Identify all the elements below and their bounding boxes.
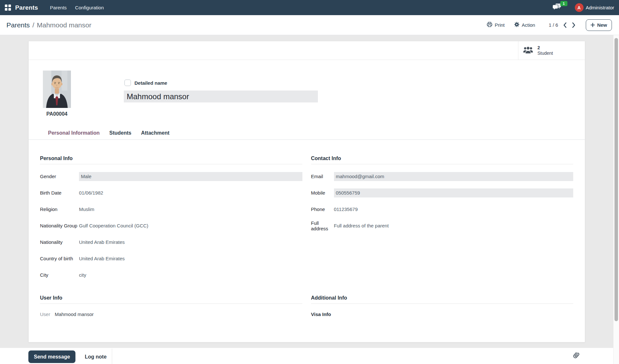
record-pager[interactable]: 1 / 6 — [549, 22, 558, 28]
personal-info-title: Personal Info — [40, 156, 302, 164]
messages-badge: 1 — [560, 1, 567, 6]
country-of-birth-value[interactable]: United Arab Emirates — [79, 256, 125, 261]
paperclip-icon — [569, 349, 582, 362]
nav-menu: Parents Configuration — [46, 0, 108, 15]
field-row-birth-date: Birth Date 01/06/1982 — [40, 185, 302, 201]
vertical-scrollbar — [613, 35, 619, 364]
field-row-nationality-group: Nationality Group Gulf Cooperation Counc… — [40, 217, 302, 234]
print-label: Print — [495, 22, 505, 28]
navbar-right: 1 A Administrator — [552, 3, 619, 12]
control-panel: Parents / Mahmood mansor Print — [0, 15, 619, 35]
field-row-religion: Religion Muslim — [40, 201, 302, 217]
field-row-gender: Gender Male — [40, 168, 302, 185]
parent-photo[interactable] — [43, 71, 71, 108]
plus-icon — [591, 23, 595, 27]
additional-info-section: Additional Info Visa Info — [311, 295, 574, 321]
action-button[interactable]: Action — [514, 22, 535, 28]
top-navbar: Parents Parents Configuration 1 A Admini… — [0, 0, 619, 15]
stat-text: 2 Student — [537, 45, 553, 55]
mobile-label: Mobile — [311, 190, 334, 196]
full-address-value[interactable]: Full address of the parent — [334, 223, 389, 228]
new-record-button[interactable]: New — [586, 19, 612, 31]
detailed-name-checkbox[interactable] — [124, 80, 131, 86]
students-icon — [523, 46, 533, 55]
messages-button[interactable]: 1 — [552, 3, 562, 12]
nationality-label: Nationality — [40, 239, 79, 245]
city-value[interactable]: city — [79, 272, 86, 278]
chevron-right-icon — [572, 22, 575, 28]
nav-item-configuration[interactable]: Configuration — [71, 0, 108, 15]
nationality-group-label: Nationality Group — [40, 223, 79, 228]
tab-attachment[interactable]: Attachment — [136, 128, 174, 139]
user-info-title: User Info — [40, 295, 302, 304]
log-note-button[interactable]: Log note — [82, 350, 110, 363]
phone-label: Phone — [311, 206, 334, 212]
nav-item-parents[interactable]: Parents — [46, 0, 71, 15]
email-value[interactable]: mahmood@gmail.com — [334, 172, 574, 181]
gender-value[interactable]: Male — [79, 172, 302, 181]
mobile-value[interactable]: 050556759 — [334, 188, 574, 197]
field-row-phone: Phone 011235679 — [311, 201, 574, 217]
contact-info-section: Contact Info Email mahmood@gmail.com Mob… — [311, 156, 574, 295]
user-info-section: User Info User Mahmood mansor — [40, 295, 302, 321]
visa-info-label: Visa Info — [311, 311, 331, 317]
form-grid: Personal Info Gender Male Birth Date 01/… — [40, 156, 573, 321]
nationality-group-value[interactable]: Gulf Cooperation Council (GCC) — [79, 223, 148, 228]
stat-button-row: 2 Student — [29, 41, 585, 60]
personal-info-section: Personal Info Gender Male Birth Date 01/… — [40, 156, 302, 295]
religion-label: Religion — [40, 206, 79, 212]
phone-value[interactable]: 011235679 — [334, 206, 358, 212]
action-label: Action — [522, 22, 535, 28]
print-button[interactable]: Print — [487, 22, 505, 28]
chatter-bar: Send message Log note — [0, 348, 619, 364]
user-value[interactable]: Mahmood mansor — [55, 311, 94, 317]
contact-info-title: Contact Info — [311, 156, 574, 164]
user-avatar[interactable]: A — [575, 3, 584, 12]
pager-next-button[interactable] — [572, 22, 575, 28]
students-stat-button[interactable]: 2 Student — [518, 41, 585, 60]
field-row-country-of-birth: Country of birth United Arab Emirates — [40, 250, 302, 267]
tab-personal-information[interactable]: Personal Information — [43, 128, 104, 139]
full-address-label: Full address — [311, 220, 334, 231]
birth-date-value[interactable]: 01/06/1982 — [79, 190, 103, 196]
religion-value[interactable]: Muslim — [79, 206, 94, 212]
detailed-name-label: Detailed name — [134, 80, 167, 86]
user-label: User — [40, 311, 50, 317]
scrollbar-thumb[interactable] — [614, 38, 618, 321]
notebook-tabs: Personal Information Students Attachment — [29, 128, 585, 140]
student-label: Student — [537, 51, 553, 56]
chatter-divider — [112, 349, 112, 364]
parent-code: PA00004 — [38, 111, 75, 117]
control-panel-actions: Print Action 1 / 6 New — [487, 19, 612, 31]
portrait-image — [43, 71, 71, 108]
gear-icon — [514, 22, 519, 28]
app-brand[interactable]: Parents — [15, 4, 38, 11]
tab-students[interactable]: Students — [104, 128, 136, 139]
breadcrumb-parents-link[interactable]: Parents — [6, 21, 30, 29]
field-row-full-address: Full address Full address of the parent — [311, 217, 574, 234]
attach-files-button[interactable] — [571, 351, 580, 361]
field-row-visa-info: Visa Info — [311, 308, 574, 321]
pager-previous-button[interactable] — [563, 22, 567, 28]
additional-info-title: Additional Info — [311, 295, 574, 304]
parent-name-input[interactable]: Mahmood mansor — [124, 91, 318, 102]
field-row-mobile: Mobile 050556759 — [311, 185, 574, 201]
detailed-name-toggle: Detailed name — [124, 80, 167, 86]
form-sheet: 2 Student PA00004 Detailed — [28, 41, 585, 342]
user-menu[interactable]: Administrator — [586, 5, 614, 10]
field-row-email: Email mahmood@gmail.com — [311, 168, 574, 185]
apps-grid-icon[interactable] — [5, 5, 11, 11]
nationality-value[interactable]: United Arab Emirates — [79, 239, 125, 245]
send-message-button[interactable]: Send message — [28, 350, 75, 363]
printer-icon — [487, 22, 492, 28]
new-label: New — [597, 22, 607, 28]
email-label: Email — [311, 174, 334, 179]
student-count: 2 — [537, 45, 553, 50]
country-of-birth-label: Country of birth — [40, 256, 79, 261]
city-label: City — [40, 272, 79, 278]
field-row-city: City city — [40, 267, 302, 283]
field-row-user: User Mahmood mansor — [40, 308, 302, 321]
field-row-nationality: Nationality United Arab Emirates — [40, 234, 302, 250]
breadcrumb: Parents / Mahmood mansor — [6, 21, 91, 29]
breadcrumb-current: Mahmood mansor — [37, 21, 91, 29]
